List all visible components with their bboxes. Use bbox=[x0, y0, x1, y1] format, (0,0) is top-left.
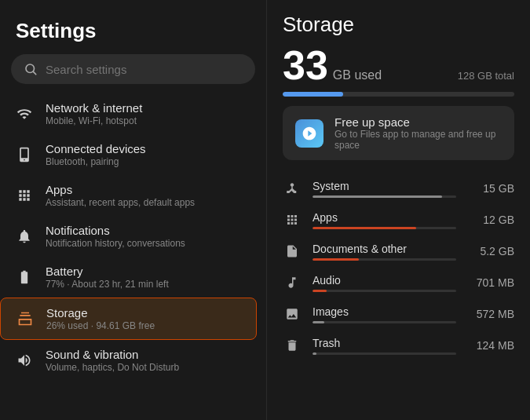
storage-item-bar-fill-3 bbox=[313, 290, 327, 292]
storage-item-info-4: Images bbox=[313, 305, 456, 323]
sidebar-item-sound[interactable]: Sound & vibration Volume, haptics, Do No… bbox=[0, 340, 257, 381]
nav-sublabel-battery: 77% · About 23 hr, 21 min left bbox=[46, 279, 169, 290]
sidebar-item-connected-devices[interactable]: Connected devices Bluetooth, pairing bbox=[0, 134, 257, 175]
nav-label-connected-devices: Connected devices bbox=[46, 142, 146, 155]
nav-sublabel-sound: Volume, haptics, Do Not Disturb bbox=[46, 362, 179, 373]
svg-line-1 bbox=[33, 71, 35, 74]
nav-text-connected-devices: Connected devices Bluetooth, pairing bbox=[46, 142, 146, 167]
storage-item-bar-fill-2 bbox=[313, 258, 359, 261]
nav-sublabel-storage: 26% used · 94.61 GB free bbox=[46, 320, 155, 331]
storage-item-info-0: System bbox=[313, 180, 456, 198]
nav-label-sound: Sound & vibration bbox=[46, 348, 179, 361]
storage-item-name-2: Documents & other bbox=[313, 243, 456, 255]
storage-item-icon-3 bbox=[283, 273, 302, 292]
search-bar[interactable] bbox=[11, 54, 255, 84]
storage-items-list: System 15 GB Apps 12 GB Documents & othe… bbox=[283, 173, 514, 361]
sidebar-title: Settings bbox=[0, 13, 266, 54]
storage-item-system[interactable]: System 15 GB bbox=[283, 173, 514, 204]
storage-used-number: 33 bbox=[283, 45, 328, 86]
search-input[interactable] bbox=[46, 63, 243, 76]
bell-icon bbox=[16, 228, 33, 245]
storage-item-info-5: Trash bbox=[313, 337, 456, 355]
nav-sublabel-notifications: Notification history, conversations bbox=[46, 238, 185, 249]
sound-icon bbox=[16, 352, 33, 369]
nav-label-storage: Storage bbox=[46, 306, 155, 320]
nav-text-sound: Sound & vibration Volume, haptics, Do No… bbox=[46, 348, 179, 373]
wifi-icon bbox=[16, 105, 33, 122]
storage-item-icon-1 bbox=[283, 210, 302, 229]
main-panel: Storage 33 GB used 128 GB total Free up … bbox=[267, 0, 530, 420]
battery-icon bbox=[16, 268, 33, 286]
storage-item-name-1: Apps bbox=[313, 211, 456, 224]
storage-item-bar-fill-4 bbox=[313, 321, 324, 323]
storage-item-images[interactable]: Images 572 MB bbox=[283, 298, 514, 330]
storage-item-icon-4 bbox=[283, 305, 302, 323]
storage-item-bar-3 bbox=[313, 290, 456, 292]
sidebar-item-network[interactable]: Network & internet Mobile, Wi-Fi, hotspo… bbox=[0, 93, 257, 134]
nav-text-battery: Battery 77% · About 23 hr, 21 min left bbox=[46, 265, 169, 290]
storage-item-icon-5 bbox=[283, 336, 302, 355]
storage-item-bar-4 bbox=[313, 321, 456, 323]
storage-item-apps[interactable]: Apps 12 GB bbox=[283, 204, 514, 236]
storage-item-bar-5 bbox=[313, 352, 456, 355]
sidebar: Settings Network & internet Mobile, Wi-F… bbox=[0, 0, 267, 420]
storage-item-icon-2 bbox=[283, 242, 302, 261]
storage-total-label: 128 GB total bbox=[458, 70, 514, 82]
apps-icon bbox=[16, 187, 33, 204]
storage-used-label: GB used bbox=[333, 68, 382, 82]
nav-label-battery: Battery bbox=[46, 265, 169, 278]
storage-item-bar-fill-0 bbox=[313, 195, 442, 198]
free-up-title: Free up space bbox=[334, 115, 502, 129]
free-up-subtitle: Go to Files app to manage and free up sp… bbox=[334, 129, 502, 151]
storage-item-name-0: System bbox=[313, 180, 456, 192]
storage-item-size-4: 572 MB bbox=[467, 308, 514, 320]
storage-item-bar-1 bbox=[313, 227, 456, 229]
nav-sublabel-connected-devices: Bluetooth, pairing bbox=[46, 156, 146, 167]
storage-item-bar-fill-5 bbox=[313, 352, 316, 355]
nav-label-apps: Apps bbox=[46, 183, 195, 196]
storage-item-size-5: 124 MB bbox=[467, 339, 514, 352]
storage-item-bar-0 bbox=[313, 195, 456, 198]
nav-label-network: Network & internet bbox=[46, 101, 142, 115]
storage-item-size-0: 15 GB bbox=[467, 182, 514, 195]
storage-icon bbox=[16, 310, 34, 327]
storage-item-icon-0 bbox=[283, 179, 302, 198]
storage-item-audio[interactable]: Audio 701 MB bbox=[283, 267, 514, 298]
storage-item-bar-2 bbox=[313, 258, 456, 261]
nav-text-apps: Apps Assistant, recent apps, default app… bbox=[46, 183, 195, 208]
storage-item-size-3: 701 MB bbox=[467, 276, 514, 289]
storage-item-name-4: Images bbox=[313, 305, 456, 318]
storage-item-size-1: 12 GB bbox=[467, 214, 514, 226]
storage-item-bar-fill-1 bbox=[313, 227, 416, 229]
storage-item-info-1: Apps bbox=[313, 211, 456, 229]
nav-label-notifications: Notifications bbox=[46, 224, 185, 237]
free-up-icon bbox=[295, 119, 323, 148]
nav-list: Network & internet Mobile, Wi-Fi, hotspo… bbox=[0, 93, 266, 381]
storage-item-info-2: Documents & other bbox=[313, 243, 456, 261]
storage-item-name-3: Audio bbox=[313, 274, 456, 287]
sidebar-item-apps[interactable]: Apps Assistant, recent apps, default app… bbox=[0, 175, 257, 216]
nav-sublabel-apps: Assistant, recent apps, default apps bbox=[46, 197, 195, 208]
sidebar-item-storage[interactable]: Storage 26% used · 94.61 GB free bbox=[0, 298, 257, 340]
storage-item-name-5: Trash bbox=[313, 337, 456, 349]
sidebar-item-notifications[interactable]: Notifications Notification history, conv… bbox=[0, 216, 257, 257]
storage-item-documents-&-other[interactable]: Documents & other 5.2 GB bbox=[283, 236, 514, 267]
sidebar-item-battery[interactable]: Battery 77% · About 23 hr, 21 min left bbox=[0, 257, 257, 298]
page-title: Storage bbox=[283, 13, 514, 37]
storage-bar bbox=[283, 92, 514, 97]
nav-sublabel-network: Mobile, Wi-Fi, hotspot bbox=[46, 115, 142, 126]
storage-bar-fill bbox=[283, 92, 343, 97]
devices-icon bbox=[16, 146, 33, 163]
free-up-card[interactable]: Free up space Go to Files app to manage … bbox=[283, 106, 514, 160]
free-up-text: Free up space Go to Files app to manage … bbox=[334, 115, 502, 151]
storage-item-info-3: Audio bbox=[313, 274, 456, 292]
search-icon bbox=[24, 62, 38, 76]
storage-item-trash[interactable]: Trash 124 MB bbox=[283, 330, 514, 361]
storage-header: 33 GB used 128 GB total bbox=[283, 45, 514, 86]
nav-text-storage: Storage 26% used · 94.61 GB free bbox=[46, 306, 155, 331]
nav-text-network: Network & internet Mobile, Wi-Fi, hotspo… bbox=[46, 101, 142, 126]
storage-item-size-2: 5.2 GB bbox=[467, 245, 514, 257]
nav-text-notifications: Notifications Notification history, conv… bbox=[46, 224, 185, 249]
